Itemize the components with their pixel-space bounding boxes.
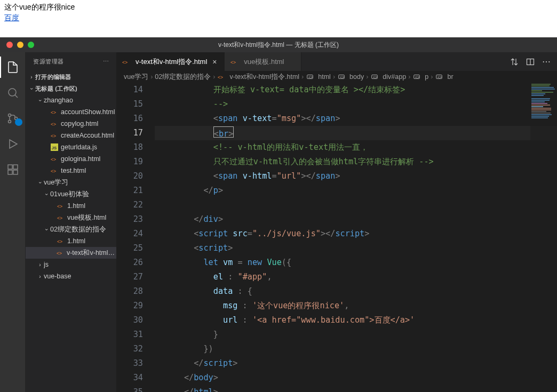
file-item[interactable]: JSgeturldata.js [26,141,116,153]
code-line[interactable]: </p> [155,183,557,198]
code-line[interactable]: </body> [155,371,557,385]
code-editor[interactable]: 1415161718192021222324252627282930313233… [116,83,557,392]
html-file-icon: <> [50,119,59,128]
code-line[interactable]: <span v-text="msg"></span> [155,111,557,126]
compare-changes-icon[interactable] [510,58,519,66]
html-file-icon: <> [57,213,65,222]
code-line[interactable]: url : '<a href="www.baidu.com">百度</a>' [155,313,557,327]
chevron-right-icon: › [333,73,335,81]
code-line[interactable]: msg : '这个vue的程序很nice', [155,299,557,313]
sidebar-more-icon[interactable]: ⋯ [103,58,109,65]
code-line[interactable]: </script> [155,356,557,371]
code-line[interactable]: 开始标签 v-text= data中的变量名 ></结束标签> [155,83,557,97]
editor-tab[interactable]: <>v-text和v-html指令.html× [116,52,225,71]
scm-badge [15,118,22,126]
breadcrumb-item[interactable]: <>p [412,73,428,81]
editor-actions: ⋯ [504,52,557,71]
breadcrumb-item[interactable]: 02绑定数据的指令 [155,73,211,82]
html-file-icon: <> [50,166,59,175]
js-file-icon: JS [50,143,59,151]
extensions-icon[interactable] [0,159,26,180]
minimize-window-button[interactable] [17,42,23,48]
preview-link[interactable]: 百度 [4,13,19,23]
tree-item-label: vue学习 [44,178,68,187]
line-numbers: 1415161718192021222324252627282930313233… [116,83,155,392]
chevron-right-icon: › [301,73,304,81]
code-line[interactable]: let vm = new Vue({ [155,255,557,270]
code-line[interactable]: <span v-html="url"></span> [155,169,557,183]
file-item[interactable]: <>test.html [26,165,116,177]
file-item[interactable]: <>accountShow.html [26,106,116,118]
source-control-icon[interactable] [0,108,26,129]
code-line[interactable]: </html> [155,385,557,392]
html-file-icon: <> [50,155,59,163]
file-item[interactable]: <>gologina.html [26,153,116,165]
breadcrumb-item[interactable]: <>html [306,73,331,81]
browser-preview: 这个vue的程序很nice 百度 [0,0,557,37]
file-item[interactable]: <>createAccout.html [26,130,116,141]
tree-item-label: 1.html [67,202,85,210]
breadcrumb-item[interactable]: <>br [435,73,453,81]
code-line[interactable]: <script> [155,241,557,255]
code-line[interactable]: 只不过通过v-html引入的会被当做html字符串进行解析 --> [155,155,557,169]
maximize-window-button[interactable] [28,42,34,48]
svg-text:<>: <> [57,251,62,256]
code-line[interactable]: <!-- v-html的用法和v-text用法一直， [155,140,557,155]
code-line[interactable]: } [155,327,557,342]
file-item[interactable]: <>v-text和v-html指... [26,247,116,259]
folder-item[interactable]: ›vue学习 [26,177,116,188]
code-line[interactable]: }) [155,342,557,356]
code-line[interactable]: <br> [155,126,557,140]
tag-icon: <> [412,73,421,81]
line-number: 34 [116,371,143,385]
code-content[interactable]: 开始标签 v-text= data中的变量名 ></结束标签> --> <spa… [155,83,557,392]
preview-text: 这个vue的程序很nice [4,3,553,12]
breadcrumb-item[interactable]: <>div#app [370,73,406,81]
code-line[interactable]: data : { [155,284,557,299]
close-tab-icon[interactable]: × [210,58,219,66]
split-editor-icon[interactable] [526,58,535,66]
svg-text:<>: <> [57,215,62,221]
explorer-icon[interactable] [0,57,26,78]
folder-item[interactable]: ›vue-base [26,270,116,282]
folder-item[interactable]: ›zhanghao [26,94,116,106]
breadcrumb-item[interactable]: vue学习 [124,73,148,82]
file-item[interactable]: <>1.html [26,200,116,212]
workspace-section[interactable]: › 无标题 (工作区) [26,83,116,94]
editor-more-icon[interactable]: ⋯ [542,57,551,67]
code-line[interactable]: --> [155,97,557,111]
breadcrumb-item[interactable]: <>v-text和v-html指令.html [217,73,299,82]
html-file-icon: <> [57,202,65,210]
line-number: 35 [116,385,143,392]
breadcrumb-item[interactable]: <>body [337,73,364,81]
tag-icon: <> [337,73,346,81]
folder-item[interactable]: ›01vue初体验 [26,188,116,200]
open-editors-section[interactable]: › 打开的编辑器 [26,71,116,83]
html-file-icon: <> [56,249,65,257]
code-line[interactable]: </div> [155,212,557,227]
run-debug-icon[interactable] [0,133,26,155]
folder-item[interactable]: ›js [26,259,116,270]
file-item[interactable]: <>copylog.html [26,118,116,130]
line-number: 18 [116,140,143,155]
line-number: 33 [116,356,143,371]
editor-tab[interactable]: <>vue模板.html [225,52,301,71]
file-item[interactable]: <>1.html [26,235,116,247]
code-line[interactable]: el : "#app", [155,270,557,284]
close-window-button[interactable] [6,42,13,48]
svg-text:<>: <> [230,59,236,65]
code-line[interactable] [155,198,557,212]
html-file-icon: <> [57,237,65,245]
file-item[interactable]: <>vue模板.html [26,212,116,223]
code-line[interactable]: <script src="../js/vue.js"></script> [155,227,557,241]
breadcrumb-label: div#app [383,73,406,81]
tree-item-label: 02绑定数据的指令 [50,225,106,234]
folder-item[interactable]: ›02绑定数据的指令 [26,223,116,235]
tree-item-label: 1.html [67,237,85,245]
svg-rect-7 [13,170,18,174]
search-icon[interactable] [0,82,26,103]
svg-text:<>: <> [218,75,223,80]
minimap[interactable] [530,83,557,392]
tree-item-label: copylog.html [61,120,98,127]
html-file-icon: <> [122,58,130,66]
